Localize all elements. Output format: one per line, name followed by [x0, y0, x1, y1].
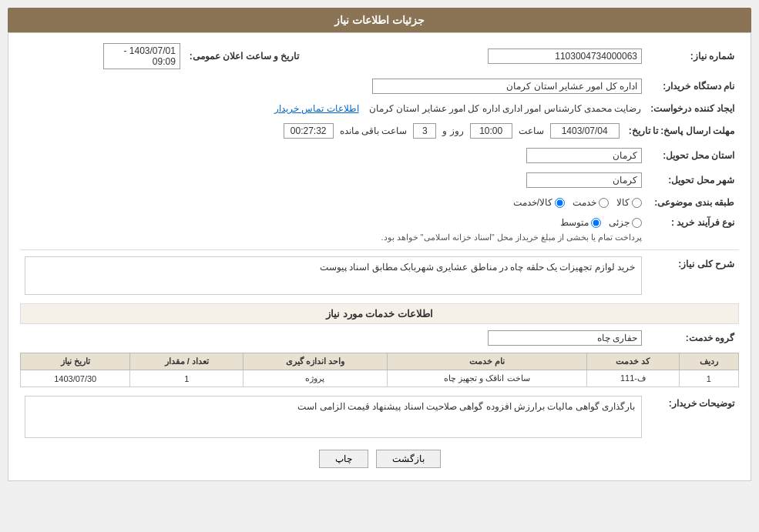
radio-khedmat[interactable] — [599, 198, 609, 208]
cell-kod: ف-111 — [587, 370, 679, 387]
col-radif: ردیف — [679, 353, 738, 370]
tarikh-saat-label: تاریخ و ساعت اعلان عمومی: — [185, 41, 304, 72]
khedmat-label: خدمت — [573, 197, 596, 208]
ostan-tahvil-value: کرمان — [526, 148, 642, 163]
sharh-koli-label: شرح کلی نیاز: — [646, 254, 739, 297]
nam-dastgah-value: اداره کل امور عشایر استان کرمان — [372, 79, 642, 94]
tavzihat-value: بارگذاری گواهی مالیات برارزش افزوده گواه… — [25, 396, 642, 438]
bazgasht-button[interactable]: بازگشت — [376, 450, 441, 468]
button-row: بازگشت چاپ — [20, 450, 739, 468]
rooz-label: روز و — [442, 125, 463, 136]
page-header: جزئیات اطلاعات نیاز — [8, 8, 751, 32]
shomara-niaz-label: شماره نیاز: — [646, 41, 739, 72]
kala-label: کالا — [616, 197, 630, 208]
nooe-farayand-label: نوع فرآیند خرید : — [646, 215, 739, 230]
gorooh-khedmat-value: حفاری چاه — [488, 330, 642, 346]
mohlat-rooz: 3 — [413, 123, 436, 139]
khadamat-section-title: اطلاعات خدمات مورد نیاز — [20, 303, 739, 324]
radio-motavaset[interactable] — [591, 218, 601, 228]
table-row: 1 ف-111 ساخت اناقک و تجهیز چاه پروژه 1 1… — [21, 370, 739, 387]
tarikh-saat-value: 1403/07/01 - 09:09 — [103, 43, 180, 69]
shahr-tahvil-label: شهر محل تحویل: — [646, 170, 739, 190]
tavzihat-label: توضیحات خریدار: — [646, 393, 739, 440]
radio-kala[interactable] — [632, 198, 642, 208]
baqi-mande-label: ساعت باقی مانده — [340, 125, 408, 136]
col-tedad: تعداد / مقدار — [130, 353, 243, 370]
mohlat-date: 1403/07/04 — [550, 123, 620, 139]
shomara-niaz-value: 1103004734000063 — [488, 49, 642, 64]
jozii-label: جزئی — [609, 217, 630, 228]
ijad-konande-value: رضایت محمدی کارشناس امور اداری اداره کل … — [369, 103, 641, 114]
gorooh-khedmat-label: گروه خدمت: — [646, 328, 739, 348]
col-nam: نام خدمت — [387, 353, 587, 370]
cell-nam: ساخت اناقک و تجهیز چاه — [387, 370, 587, 387]
sharh-koli-value: خرید لوازم تجهیزات یک حلقه چاه در مناطق … — [25, 256, 642, 295]
ostan-tahvil-label: استان محل تحویل: — [646, 146, 739, 166]
ijad-konande-label: ایجاد کننده درخواست: — [646, 101, 739, 116]
cell-tarikh: 1403/07/30 — [21, 370, 130, 387]
cell-tedad: 1 — [130, 370, 243, 387]
farayand-desc: پرداخت تمام یا بخشی از مبلغ خریداز محل "… — [20, 230, 646, 245]
cell-vahed: پروژه — [243, 370, 387, 387]
radio-jozii[interactable] — [632, 218, 642, 228]
mohlat-saat: 10:00 — [470, 123, 512, 139]
page-title: جزئیات اطلاعات نیاز — [334, 14, 425, 26]
mohlat-label: مهلت ارسال پاسخ: تا تاریخ: — [624, 121, 739, 141]
motavaset-label: متوسط — [560, 217, 589, 228]
shahr-tahvil-value: کرمان — [526, 172, 642, 188]
tabaqe-label: طبقه بندی موضوعی: — [646, 195, 739, 210]
col-tarikh: تاریخ نیاز — [21, 353, 130, 370]
saat-label: ساعت — [519, 125, 544, 136]
mohlat-baqi: 00:27:32 — [284, 123, 334, 139]
col-vahed: واحد اندازه گیری — [243, 353, 387, 370]
col-kod: کد خدمت — [587, 353, 679, 370]
radio-kala-khedmat[interactable] — [555, 198, 565, 208]
cell-radif: 1 — [679, 370, 738, 387]
nam-dastgah-label: نام دستگاه خریدار: — [646, 76, 739, 96]
service-table: ردیف کد خدمت نام خدمت واحد اندازه گیری ت… — [20, 353, 739, 387]
chap-button[interactable]: چاپ — [319, 450, 368, 468]
ettelaat-tamas-link[interactable]: اطلاعات تماس خریدار — [274, 103, 359, 114]
kala-khedmat-label: کالا/خدمت — [513, 197, 552, 208]
